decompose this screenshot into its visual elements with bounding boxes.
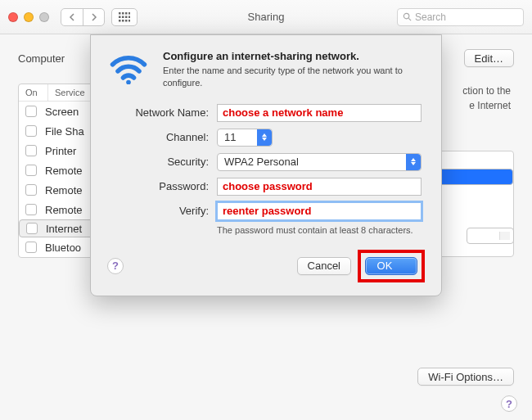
sheet-help-button[interactable]: ? (107, 258, 124, 274)
nav-buttons (61, 8, 105, 26)
svg-rect-4 (119, 16, 121, 18)
search-icon (403, 12, 412, 21)
ok-button[interactable]: OK (365, 257, 417, 275)
ok-highlight: OK (358, 250, 425, 282)
label-channel: Channel: (110, 131, 209, 143)
sheet-title: Configure an internet-sharing network. (163, 50, 425, 62)
service-label: Remote (45, 204, 83, 216)
service-label: Screen (45, 106, 79, 118)
svg-line-13 (408, 18, 411, 20)
service-checkbox[interactable] (25, 204, 37, 215)
svg-rect-6 (125, 16, 128, 18)
label-password: Password: (110, 180, 209, 192)
col-on: On (19, 84, 48, 101)
chevron-updown-icon (257, 129, 272, 146)
zoom-window-icon (39, 12, 49, 22)
sheet-form: Network Name: Channel: 11 Security: WPA2… (110, 104, 422, 235)
edit-button[interactable]: Edit… (464, 49, 514, 67)
search-placeholder: Search (415, 11, 446, 23)
label-verify: Verify: (110, 205, 209, 217)
service-checkbox[interactable] (26, 223, 38, 234)
share-from-select[interactable] (467, 228, 514, 244)
wifi-icon (107, 50, 150, 89)
service-label: Remote (45, 184, 83, 196)
sheet-subtitle: Enter the name and security type of the … (163, 65, 425, 89)
svg-rect-8 (119, 20, 121, 22)
titlebar: Sharing Search (0, 0, 532, 34)
svg-point-12 (404, 13, 408, 18)
computer-name-label: Computer (18, 52, 65, 65)
svg-rect-1 (122, 12, 124, 15)
forward-button[interactable] (83, 9, 104, 25)
internet-sharing-sheet: Configure an internet-sharing network. E… (90, 34, 442, 296)
svg-rect-11 (128, 20, 130, 22)
cancel-button[interactable]: Cancel (297, 257, 351, 275)
svg-rect-7 (128, 16, 130, 18)
password-input[interactable] (217, 178, 422, 196)
svg-rect-2 (125, 12, 128, 15)
service-checkbox[interactable] (25, 184, 37, 196)
security-select[interactable]: WPA2 Personal (217, 153, 422, 171)
chevron-updown-icon (406, 154, 421, 170)
service-label: Printer (45, 145, 76, 157)
search-input[interactable]: Search (397, 8, 524, 26)
verify-input[interactable] (217, 202, 422, 220)
service-checkbox[interactable] (25, 106, 37, 117)
label-security: Security: (110, 156, 209, 168)
service-label: Remote (45, 165, 83, 177)
network-name-input[interactable] (217, 104, 422, 122)
help-button[interactable]: ? (501, 395, 517, 412)
svg-rect-5 (122, 16, 124, 18)
svg-rect-0 (119, 12, 121, 15)
svg-rect-3 (128, 12, 130, 15)
svg-rect-10 (125, 20, 128, 22)
svg-point-14 (126, 80, 131, 84)
window-controls (8, 12, 49, 22)
svg-rect-9 (122, 20, 124, 22)
service-checkbox[interactable] (25, 145, 37, 156)
close-window-icon[interactable] (8, 12, 18, 22)
service-label: File Sha (45, 125, 84, 138)
service-checkbox[interactable] (25, 125, 37, 137)
label-network-name: Network Name: (110, 106, 209, 119)
back-button[interactable] (61, 9, 83, 25)
channel-select[interactable]: 11 (217, 129, 273, 147)
service-checkbox[interactable] (25, 242, 37, 253)
service-checkbox[interactable] (25, 165, 37, 176)
minimize-window-icon[interactable] (24, 12, 34, 22)
service-label: Bluetoo (45, 242, 81, 254)
wifi-options-button[interactable]: Wi-Fi Options… (417, 368, 514, 386)
show-all-button[interactable] (111, 8, 138, 26)
service-label: Internet (46, 223, 82, 235)
password-hint: The password must contain at least 8 cha… (217, 225, 422, 235)
